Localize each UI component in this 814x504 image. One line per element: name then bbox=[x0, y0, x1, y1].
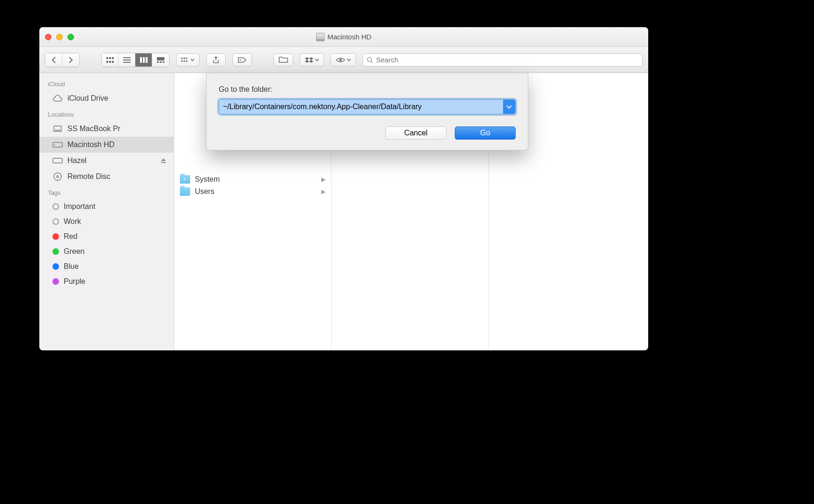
sidebar-item-remote-disc[interactable]: Remote Disc bbox=[39, 169, 174, 185]
sidebar-tag-red[interactable]: Red bbox=[39, 229, 174, 244]
view-mode-segment bbox=[101, 53, 170, 67]
sidebar-item-label: Hazel bbox=[67, 156, 87, 165]
list-icon bbox=[123, 57, 131, 63]
folder-row-users[interactable]: Users ▶ bbox=[174, 185, 331, 198]
svg-rect-0 bbox=[106, 57, 108, 59]
disk-icon bbox=[52, 140, 63, 149]
sidebar-tag-blue[interactable]: Blue bbox=[39, 259, 174, 274]
eject-icon[interactable] bbox=[161, 158, 166, 163]
svg-rect-2 bbox=[112, 57, 114, 59]
svg-rect-21 bbox=[186, 60, 187, 62]
chevron-down-icon bbox=[315, 59, 319, 61]
tag-green-icon bbox=[52, 248, 59, 255]
sidebar-item-ss-macbook[interactable]: SS MacBook Pr bbox=[39, 121, 174, 137]
sidebar-tag-important[interactable]: Important bbox=[39, 199, 174, 214]
gallery-icon bbox=[157, 57, 164, 63]
folder-plus-icon bbox=[279, 57, 288, 63]
dropbox-button[interactable] bbox=[300, 53, 324, 67]
disc-icon bbox=[52, 172, 63, 181]
sidebar-section-locations: Locations bbox=[39, 106, 174, 121]
svg-point-29 bbox=[54, 144, 55, 145]
svg-rect-1 bbox=[109, 57, 111, 59]
share-button[interactable] bbox=[206, 53, 226, 67]
svg-rect-20 bbox=[184, 60, 185, 62]
view-column-button[interactable] bbox=[135, 53, 152, 67]
toolbar bbox=[39, 47, 648, 73]
sidebar-item-icloud-drive[interactable]: iCloud Drive bbox=[39, 90, 174, 106]
svg-point-32 bbox=[54, 173, 61, 180]
sidebar: iCloud iCloud Drive Locations SS MacBook… bbox=[39, 73, 174, 350]
sidebar-item-label: Blue bbox=[64, 262, 79, 271]
sidebar-section-tags: Tags bbox=[39, 185, 174, 199]
tag-circle-icon bbox=[52, 203, 59, 210]
chevron-right-icon: ▶ bbox=[321, 176, 326, 183]
svg-point-24 bbox=[368, 57, 372, 61]
quick-look-button[interactable] bbox=[331, 53, 356, 67]
svg-rect-10 bbox=[143, 57, 145, 63]
sidebar-item-label: Purple bbox=[64, 277, 85, 286]
sidebar-item-label: Important bbox=[64, 202, 96, 211]
row-label: System bbox=[195, 175, 220, 184]
sidebar-item-label: SS MacBook Pr bbox=[67, 125, 120, 133]
sidebar-item-label: Macintosh HD bbox=[67, 141, 114, 149]
grid-icon bbox=[106, 57, 114, 63]
fullscreen-button[interactable] bbox=[67, 34, 74, 40]
svg-rect-13 bbox=[157, 61, 159, 63]
chevron-right-icon: ▶ bbox=[321, 188, 326, 195]
svg-rect-12 bbox=[157, 57, 164, 60]
svg-rect-3 bbox=[106, 61, 108, 63]
sidebar-item-macintosh-hd[interactable]: Macintosh HD bbox=[39, 137, 174, 153]
nav-back-forward bbox=[45, 53, 80, 67]
back-button[interactable] bbox=[45, 53, 62, 67]
svg-rect-31 bbox=[161, 162, 166, 163]
forward-button[interactable] bbox=[62, 53, 79, 67]
close-button[interactable] bbox=[45, 34, 52, 40]
sidebar-item-label: Work bbox=[64, 217, 81, 226]
path-input[interactable] bbox=[219, 100, 503, 114]
svg-rect-11 bbox=[146, 57, 148, 63]
view-list-button[interactable] bbox=[118, 53, 135, 67]
eye-icon bbox=[336, 57, 345, 63]
sidebar-item-label: iCloud Drive bbox=[67, 94, 108, 103]
svg-rect-19 bbox=[181, 60, 183, 62]
cancel-button[interactable]: Cancel bbox=[385, 126, 446, 140]
search-input[interactable] bbox=[376, 56, 638, 64]
view-icon-button[interactable] bbox=[102, 53, 118, 67]
external-disk-icon bbox=[52, 156, 63, 165]
arrange-button[interactable] bbox=[176, 53, 200, 67]
tag-icon bbox=[238, 57, 246, 63]
window-title-text: Macintosh HD bbox=[327, 33, 371, 41]
svg-rect-15 bbox=[163, 61, 164, 63]
view-gallery-button[interactable] bbox=[152, 53, 169, 67]
tags-button[interactable] bbox=[232, 53, 252, 67]
traffic-lights bbox=[45, 34, 74, 40]
sidebar-tag-work[interactable]: Work bbox=[39, 214, 174, 229]
svg-rect-18 bbox=[186, 58, 187, 59]
svg-rect-16 bbox=[181, 58, 183, 59]
svg-rect-9 bbox=[140, 57, 142, 63]
new-folder-button[interactable] bbox=[274, 53, 293, 67]
tag-circle-icon bbox=[52, 218, 59, 225]
sidebar-item-label: Red bbox=[64, 232, 77, 241]
sidebar-item-hazel[interactable]: Hazel bbox=[39, 153, 174, 169]
svg-point-23 bbox=[340, 59, 342, 61]
path-dropdown-button[interactable] bbox=[503, 100, 515, 114]
arrange-icon bbox=[181, 58, 189, 62]
minimize-button[interactable] bbox=[56, 34, 63, 40]
window-title: Macintosh HD bbox=[39, 33, 648, 41]
sidebar-tag-purple[interactable]: Purple bbox=[39, 274, 174, 289]
search-field[interactable] bbox=[363, 53, 643, 67]
share-icon bbox=[213, 56, 219, 64]
row-label: Users bbox=[195, 187, 215, 196]
folder-row-system[interactable]: System ▶ bbox=[174, 173, 331, 185]
columns-icon bbox=[140, 57, 148, 63]
sidebar-tag-green[interactable]: Green bbox=[39, 244, 174, 259]
svg-rect-4 bbox=[109, 61, 111, 63]
svg-rect-17 bbox=[184, 58, 185, 59]
svg-rect-30 bbox=[53, 158, 62, 163]
folder-icon bbox=[180, 187, 190, 196]
tag-blue-icon bbox=[52, 263, 59, 270]
svg-line-25 bbox=[371, 61, 373, 63]
go-button[interactable]: Go bbox=[455, 126, 516, 140]
titlebar: Macintosh HD bbox=[39, 27, 648, 47]
